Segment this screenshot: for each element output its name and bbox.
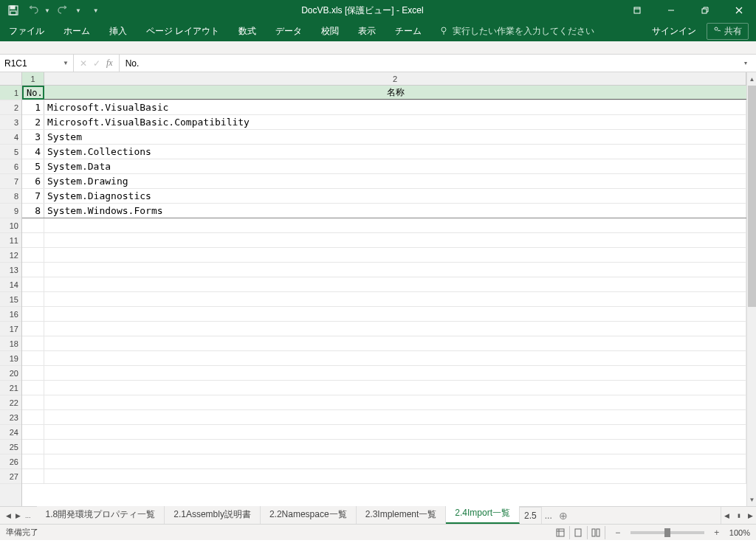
row-header[interactable]: 22 (0, 395, 21, 410)
cell-empty[interactable] (22, 218, 44, 232)
tab-insert[interactable]: 挿入 (108, 22, 128, 41)
cell-empty[interactable] (44, 218, 746, 232)
row-header[interactable]: 14 (0, 277, 21, 292)
row-header[interactable]: 5 (0, 145, 21, 159)
undo-icon[interactable] (27, 4, 38, 16)
row-header[interactable]: 3 (0, 115, 21, 130)
zoom-slider[interactable] (630, 531, 704, 534)
undo-dropdown-icon[interactable]: ▼ (44, 7, 50, 14)
cells-area[interactable]: No.名称1Microsoft.VisualBasic2Microsoft.Vi… (22, 86, 746, 506)
cell-empty[interactable] (44, 277, 746, 291)
cell-name[interactable]: System.Data (44, 159, 746, 173)
row-header[interactable]: 26 (0, 454, 21, 469)
fx-icon[interactable]: fx (106, 58, 113, 69)
cell-empty[interactable] (22, 454, 44, 468)
row-header[interactable]: 19 (0, 351, 21, 366)
row-header[interactable]: 21 (0, 381, 21, 395)
cell-empty[interactable] (44, 263, 746, 277)
view-normal-button[interactable] (552, 526, 570, 539)
cell-name[interactable]: System.Windows.Forms (44, 204, 746, 218)
cell-name[interactable]: System.Diagnostics (44, 189, 746, 203)
redo-icon[interactable] (58, 4, 69, 16)
row-header[interactable]: 20 (0, 366, 21, 381)
cell-empty[interactable] (22, 322, 44, 336)
share-button[interactable]: 共有 (707, 23, 749, 40)
zoom-in-button[interactable]: + (712, 528, 722, 538)
tab-view[interactable]: 表示 (357, 22, 377, 41)
cell-header-no[interactable]: No. (22, 86, 44, 100)
sheet-tab[interactable]: 2.3Implement一覧 (357, 505, 447, 524)
row-header[interactable]: 16 (0, 307, 21, 322)
cell-empty[interactable] (44, 425, 746, 439)
cell-no[interactable]: 8 (22, 204, 44, 218)
cell-empty[interactable] (44, 322, 746, 336)
cell-empty[interactable] (44, 248, 746, 262)
tab-home[interactable]: ホーム (62, 22, 92, 41)
cell-empty[interactable] (44, 395, 746, 409)
enter-icon[interactable]: ✓ (93, 58, 100, 69)
row-header[interactable]: 24 (0, 425, 21, 440)
sheet-nav-ellipsis[interactable]: ... (25, 512, 31, 519)
cell-empty[interactable] (22, 469, 44, 483)
cell-empty[interactable] (22, 410, 44, 424)
cell-empty[interactable] (22, 336, 44, 350)
row-header[interactable]: 7 (0, 174, 21, 189)
cell-empty[interactable] (44, 307, 746, 321)
row-header[interactable]: 6 (0, 159, 21, 174)
cell-no[interactable]: 3 (22, 130, 44, 144)
scroll-thumb[interactable] (748, 86, 756, 307)
row-header[interactable]: 13 (0, 263, 21, 277)
cell-empty[interactable] (22, 440, 44, 454)
cell-name[interactable]: System.Collections (44, 145, 746, 159)
cell-empty[interactable] (22, 292, 44, 306)
cell-no[interactable]: 5 (22, 159, 44, 173)
cell-empty[interactable] (44, 233, 746, 247)
sheet-tab[interactable]: 2.4Import一覧 (446, 503, 520, 524)
cell-name[interactable]: System (44, 130, 746, 144)
ribbon-display-options-button[interactable] (620, 0, 654, 21)
zoom-out-button[interactable]: − (613, 528, 623, 538)
qat-customize-icon[interactable]: ▼ (93, 7, 99, 14)
cell-empty[interactable] (44, 366, 746, 380)
row-header[interactable]: 1 (0, 86, 21, 100)
row-header[interactable]: 18 (0, 336, 21, 351)
sheet-nav-prev-icon[interactable]: ◀ (6, 512, 11, 519)
cell-empty[interactable] (22, 307, 44, 321)
tab-review[interactable]: 校閲 (320, 22, 340, 41)
cell-empty[interactable] (44, 469, 746, 483)
row-header[interactable]: 25 (0, 440, 21, 454)
cell-empty[interactable] (22, 351, 44, 365)
cell-empty[interactable] (22, 263, 44, 277)
row-header[interactable]: 12 (0, 248, 21, 263)
cell-empty[interactable] (44, 454, 746, 468)
cell-empty[interactable] (22, 381, 44, 395)
cell-name[interactable]: Microsoft.VisualBasic.Compatibility (44, 115, 746, 129)
cell-empty[interactable] (22, 366, 44, 380)
cell-empty[interactable] (44, 410, 746, 424)
sheet-tab[interactable]: 2.5 (520, 507, 542, 524)
sign-in-link[interactable]: サインイン (652, 25, 696, 38)
tab-data[interactable]: データ (274, 22, 303, 41)
sheet-tab[interactable]: 2.1Assembly説明書 (165, 505, 261, 524)
cell-no[interactable]: 7 (22, 189, 44, 203)
select-all-corner[interactable] (0, 72, 22, 86)
cell-name[interactable]: System.Drawing (44, 174, 746, 188)
tab-file[interactable]: ファイル (7, 22, 46, 41)
view-page-break-button[interactable] (588, 526, 605, 539)
row-header[interactable]: 17 (0, 322, 21, 336)
minimize-button[interactable] (654, 0, 688, 21)
vertical-scrollbar[interactable]: ▲ ▼ (746, 72, 756, 506)
hscroll-right-icon[interactable]: ▶ (748, 512, 753, 519)
sheet-nav-next-icon[interactable]: ▶ (16, 512, 21, 519)
scroll-up-icon[interactable]: ▲ (747, 74, 756, 84)
redo-dropdown-icon[interactable]: ▼ (75, 7, 81, 14)
cell-no[interactable]: 2 (22, 115, 44, 129)
row-header[interactable]: 15 (0, 292, 21, 307)
view-page-layout-button[interactable] (570, 526, 588, 539)
row-header[interactable]: 11 (0, 233, 21, 248)
row-header[interactable]: 2 (0, 100, 21, 115)
column-header-1[interactable]: 1 (22, 72, 44, 85)
close-button[interactable] (722, 0, 756, 21)
scroll-down-icon[interactable]: ▼ (747, 494, 756, 505)
zoom-slider-thumb[interactable] (664, 528, 670, 537)
